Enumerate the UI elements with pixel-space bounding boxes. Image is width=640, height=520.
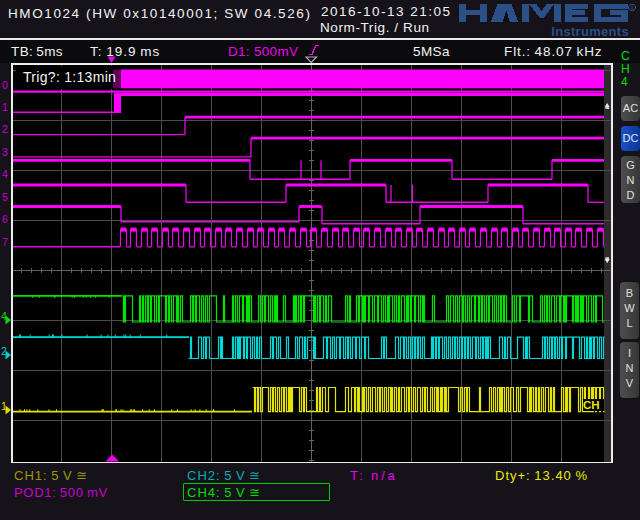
svg-text:Instruments: Instruments — [551, 24, 629, 39]
svg-text:R: R — [630, 5, 634, 11]
